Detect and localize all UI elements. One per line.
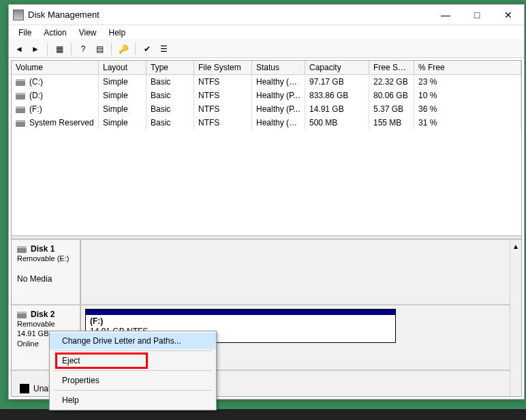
- forward-button[interactable]: ►: [28, 42, 43, 57]
- arrow-left-icon: ◄: [15, 44, 23, 54]
- menubar: File Action View Help: [9, 25, 524, 40]
- chevron-up-icon[interactable]: ▴: [514, 241, 518, 251]
- table-icon: ▤: [96, 44, 104, 54]
- disk-name: Disk 2: [31, 310, 55, 319]
- table-row[interactable]: (D:) Simple Basic NTFS Healthy (P... 833…: [12, 89, 521, 102]
- disk-name: Disk 1: [31, 244, 55, 254]
- ctx-help[interactable]: Help: [50, 392, 216, 408]
- check-icon: ✔: [144, 44, 151, 54]
- toolbar-separator: [135, 43, 136, 55]
- list-icon: ☰: [160, 44, 168, 54]
- table-row[interactable]: (C:) Simple Basic NTFS Healthy (B... 97.…: [12, 75, 521, 89]
- help-button[interactable]: ?: [76, 42, 91, 57]
- col-freespace[interactable]: Free Spa...: [369, 61, 414, 74]
- menu-help[interactable]: Help: [104, 27, 132, 39]
- taskbar[interactable]: [0, 409, 526, 420]
- window-title: Disk Management: [28, 10, 430, 20]
- drive-icon: [16, 106, 25, 113]
- col-type[interactable]: Type: [146, 61, 194, 74]
- volume-name: (C:): [29, 77, 43, 87]
- col-pctfree[interactable]: % Free: [414, 61, 521, 74]
- close-button[interactable]: ✕: [493, 5, 524, 25]
- menu-file[interactable]: File: [13, 27, 37, 39]
- legend-swatch: [20, 384, 29, 393]
- maximize-button[interactable]: □: [461, 5, 493, 25]
- arrow-right-icon: ►: [31, 44, 40, 54]
- ctx-properties[interactable]: Properties: [50, 372, 216, 389]
- toolbar: ◄ ► ▦ ? ▤ 🔑 ✔ ☰: [9, 40, 524, 58]
- col-volume[interactable]: Volume: [12, 61, 99, 74]
- menu-view[interactable]: View: [74, 27, 102, 39]
- toolbar-separator: [71, 43, 72, 55]
- ctx-separator: [54, 390, 212, 391]
- ctx-separator: [54, 350, 212, 351]
- toolbar-separator: [111, 43, 112, 55]
- drive-icon: [16, 120, 25, 127]
- context-menu: Change Drive Letter and Paths... Eject P…: [49, 331, 217, 410]
- table-row[interactable]: (F:) Simple Basic NTFS Healthy (P... 14.…: [12, 102, 521, 116]
- disk-status: No Media: [17, 273, 74, 284]
- col-filesystem[interactable]: File System: [194, 61, 252, 74]
- grid-icon: ▦: [56, 44, 63, 54]
- table-header[interactable]: Volume Layout Type File System Status Ca…: [12, 61, 521, 75]
- minimize-button[interactable]: —: [430, 5, 461, 25]
- col-status[interactable]: Status: [252, 61, 305, 74]
- checkmark-button[interactable]: ✔: [140, 42, 155, 57]
- show-hide-console-button[interactable]: ▦: [52, 42, 67, 57]
- disk-block[interactable]: Disk 1 Removable (E:) No Media: [12, 240, 521, 305]
- drive-icon: [16, 79, 25, 86]
- disk-icon: [17, 246, 27, 253]
- help-icon: ?: [81, 44, 86, 54]
- toolbar-separator: [47, 43, 48, 55]
- ctx-change-drive-letter[interactable]: Change Drive Letter and Paths...: [50, 333, 216, 349]
- drive-icon: [16, 93, 25, 100]
- col-layout[interactable]: Layout: [99, 61, 146, 74]
- disk-icon: [17, 312, 27, 318]
- list-button[interactable]: ☰: [156, 42, 171, 57]
- disk-type: Removable (E:): [17, 254, 74, 263]
- volume-list[interactable]: Volume Layout Type File System Status Ca…: [12, 61, 521, 235]
- volume-name: (D:): [29, 91, 43, 100]
- app-icon: [13, 10, 24, 20]
- disk-type: Removable: [17, 319, 74, 329]
- titlebar[interactable]: Disk Management — □ ✕: [9, 5, 524, 25]
- refresh-button[interactable]: ▤: [92, 42, 107, 57]
- ctx-eject[interactable]: Eject: [50, 352, 216, 369]
- volume-label: (F:): [90, 316, 391, 327]
- settings-button[interactable]: 🔑: [116, 42, 131, 57]
- key-icon: 🔑: [119, 44, 129, 54]
- volume-stripe: [86, 310, 395, 315]
- volume-name: System Reserved: [29, 118, 94, 127]
- table-row[interactable]: System Reserved Simple Basic NTFS Health…: [12, 116, 521, 130]
- volume-name: (F:): [29, 104, 42, 114]
- col-capacity[interactable]: Capacity: [305, 61, 369, 74]
- scrollbar[interactable]: ▴: [510, 240, 521, 396]
- back-button[interactable]: ◄: [12, 42, 27, 57]
- ctx-separator: [54, 370, 212, 371]
- menu-action[interactable]: Action: [38, 27, 72, 39]
